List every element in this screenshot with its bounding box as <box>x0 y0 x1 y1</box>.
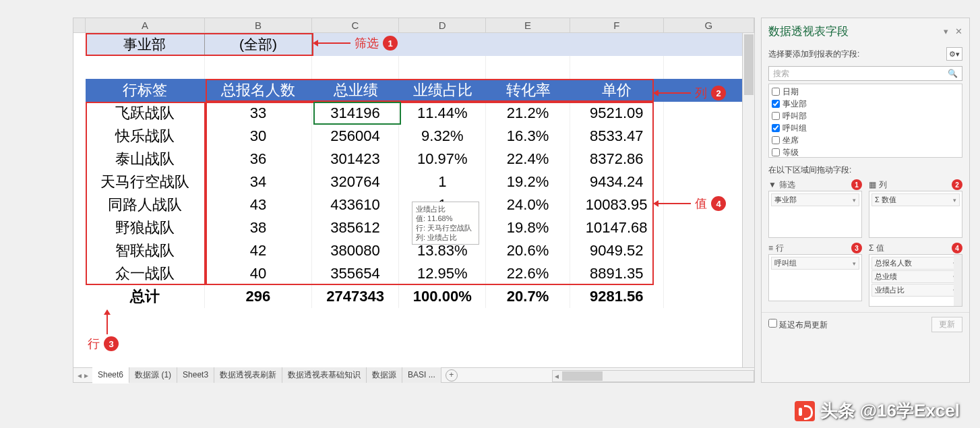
total-row: 总计 296 2747343 100.00% 20.7% 9281.56 <box>86 285 754 308</box>
area-item[interactable]: 呼叫组 <box>771 257 859 270</box>
panel-subtitle: 选择要添加到报表的字段: <box>768 49 859 60</box>
watermark: 头条 @16学Excel <box>795 399 960 423</box>
watermark-logo-icon <box>795 401 815 421</box>
table-row[interactable]: 飞跃战队3331419611.44%21.2%9521.09 <box>86 102 754 125</box>
sheet-tabs: ◂ ▸ Sheet6数据源 (1)Sheet3数据透视表刷新数据透视表基础知识数… <box>73 367 754 382</box>
sheet-tab[interactable]: BASI ... <box>402 367 441 383</box>
sheet-tab[interactable]: Sheet6 <box>92 367 129 384</box>
filter-value[interactable]: (全部) <box>205 33 312 56</box>
col-E[interactable]: E <box>486 18 570 32</box>
field-checkbox[interactable]: 日期 <box>772 86 959 98</box>
annot-filter: 筛选1 <box>317 35 398 51</box>
table-row[interactable]: 泰山战队3630142310.97%22.4%8372.86 <box>86 148 754 171</box>
panel-menu-icon[interactable]: ▾ <box>944 26 948 36</box>
hdr-c1[interactable]: 总报名人数 <box>205 79 312 102</box>
hdr-rowlabel[interactable]: 行标签 <box>86 79 205 102</box>
panel-close-icon[interactable]: ✕ <box>955 26 962 36</box>
sheet-tab[interactable]: 数据透视表基础知识 <box>282 367 367 383</box>
area-item[interactable]: 事业部 <box>771 193 859 206</box>
area-item[interactable]: 总业绩 <box>871 270 960 283</box>
filter-row: 事业部 (全部) <box>86 33 754 56</box>
hdr-c5[interactable]: 单价 <box>570 79 664 102</box>
drag-label: 在以下区域间拖动字段: <box>762 159 969 179</box>
filter-label[interactable]: 事业部 <box>86 33 205 56</box>
sheet-tab[interactable]: 数据源 <box>367 367 402 383</box>
annot-value: 值4 <box>657 195 726 212</box>
area-filter-box[interactable]: 事业部 <box>768 191 862 238</box>
add-sheet-button[interactable]: + <box>446 369 458 381</box>
area-filter-header: ▼ 筛选1 <box>768 179 862 191</box>
area-column-box[interactable]: Σ 数值 <box>869 191 962 238</box>
search-icon: 🔍 <box>948 69 958 78</box>
area-value-box[interactable]: 总报名人数总业绩业绩占比 <box>869 254 962 307</box>
field-list[interactable]: 日期 事业部 呼叫部 呼叫组 坐席 等级 客户数 <box>768 84 962 158</box>
field-checkbox[interactable]: 呼叫组 <box>772 122 959 134</box>
update-button[interactable]: 更新 <box>931 317 962 332</box>
column-headers: A B C D E F G <box>73 18 754 33</box>
hdr-c2[interactable]: 总业绩 <box>312 79 399 102</box>
pivot-field-panel: 数据透视表字段 ▾✕ 选择要添加到报表的字段: ⚙▾ 搜索🔍 日期 事业部 呼叫… <box>761 18 970 383</box>
col-B[interactable]: B <box>205 18 312 32</box>
defer-checkbox[interactable]: 延迟布局更新 <box>768 319 828 331</box>
col-G[interactable]: G <box>664 18 754 32</box>
area-item[interactable]: 总报名人数 <box>871 257 960 270</box>
area-row-box[interactable]: 呼叫组 <box>768 254 862 301</box>
annot-row-arrow <box>106 310 108 334</box>
field-checkbox[interactable]: 呼叫部 <box>772 110 959 122</box>
area-value-header: Σ 值4 <box>869 242 962 254</box>
area-item[interactable]: Σ 数值 <box>871 193 960 206</box>
cell-tooltip: 业绩占比 值: 11.68% 行: 天马行空战队 列: 业绩占比 <box>412 202 479 245</box>
field-checkbox[interactable]: 坐席 <box>772 134 959 146</box>
field-checkbox[interactable]: 等级 <box>772 146 959 158</box>
area-column-header: ▦ 列2 <box>869 179 962 191</box>
table-row[interactable]: 众一战队4035565412.95%22.6%8891.35 <box>86 262 754 285</box>
area-item[interactable]: 业绩占比 <box>871 284 960 297</box>
total-label: 总计 <box>86 285 205 308</box>
annot-row: 行3 <box>88 336 119 352</box>
table-row[interactable]: 快乐战队302560049.32%16.3%8533.47 <box>86 125 754 148</box>
sheet-tab[interactable]: 数据源 (1) <box>129 367 177 383</box>
col-F[interactable]: F <box>570 18 664 32</box>
scrollbar-vertical[interactable] <box>742 33 754 367</box>
panel-title: 数据透视表字段 <box>768 24 849 39</box>
col-C[interactable]: C <box>312 18 399 32</box>
area-row-header: ≡ 行3 <box>768 242 862 254</box>
col-D[interactable]: D <box>399 18 486 32</box>
col-A[interactable]: A <box>86 18 205 32</box>
hdr-c4[interactable]: 转化率 <box>486 79 570 102</box>
gear-icon[interactable]: ⚙▾ <box>946 47 962 61</box>
search-input[interactable]: 搜索🔍 <box>768 66 962 81</box>
scrollbar-horizontal[interactable]: ◂ <box>552 370 754 382</box>
table-row[interactable]: 天马行空战队34320764119.2%9434.24 <box>86 171 754 193</box>
annot-column: 列2 <box>657 85 726 101</box>
sheet-tab[interactable]: Sheet3 <box>177 367 214 383</box>
field-checkbox[interactable]: 事业部 <box>772 98 959 110</box>
tab-nav[interactable]: ◂ ▸ <box>73 371 92 380</box>
sheet-tab[interactable]: 数据透视表刷新 <box>214 367 282 383</box>
grid-body: 事业部 (全部) 行标签 总报名人数 总业绩 业绩占比 转化率 单价 飞跃战队3… <box>73 33 754 308</box>
hdr-c3[interactable]: 业绩占比 <box>399 79 486 102</box>
